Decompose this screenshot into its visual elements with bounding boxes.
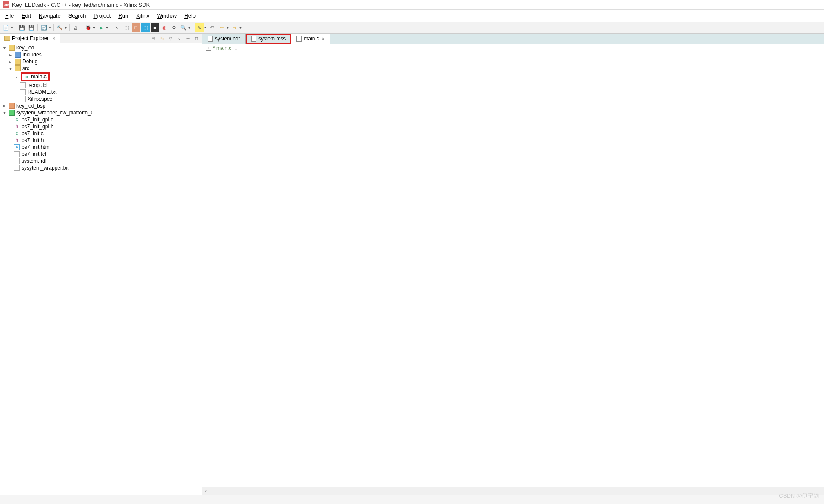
- dropdown-icon[interactable]: ▼: [204, 26, 207, 30]
- tree-item-ps7-h[interactable]: hps7_init.h: [0, 137, 202, 144]
- file-icon: [14, 158, 20, 164]
- tree-item-wrapper-bit[interactable]: sysytem_wrapper.bit: [0, 164, 202, 171]
- tree-item-key-led[interactable]: ▾key_led: [0, 44, 202, 51]
- menu-icon[interactable]: ▿: [175, 34, 183, 42]
- dropdown-icon[interactable]: ▼: [106, 26, 109, 30]
- tree-item-ps7-c[interactable]: cps7_init.c: [0, 130, 202, 137]
- tree-item-bsp[interactable]: ▸key_led_bsp: [0, 102, 202, 109]
- save-all-icon[interactable]: 💾: [27, 23, 36, 32]
- dropdown-icon[interactable]: ▼: [188, 26, 191, 30]
- new-icon[interactable]: 📄: [2, 23, 10, 32]
- tree-item-system-hdf[interactable]: system.hdf: [0, 158, 202, 164]
- tree-item-includes[interactable]: ▸Includes: [0, 51, 202, 58]
- editor-content[interactable]: + * main.c ..: [202, 44, 824, 487]
- build-icon[interactable]: 🔨: [56, 23, 64, 32]
- folder-icon: [15, 59, 21, 65]
- search-icon[interactable]: 🔍: [179, 23, 188, 32]
- scroll-left-icon[interactable]: ‹: [202, 488, 209, 494]
- menubar: File Edit Navigate Search Project Run Xi…: [0, 10, 824, 22]
- maximize-icon[interactable]: □: [193, 34, 200, 42]
- tree-item-main-c[interactable]: ▸c main.c: [0, 72, 202, 82]
- c-file-icon: c: [14, 130, 20, 136]
- tree-item-debug[interactable]: ▸Debug: [0, 58, 202, 65]
- highlight-icon[interactable]: ✎: [195, 23, 204, 32]
- file-icon: [14, 165, 20, 171]
- tree-item-hw-platform[interactable]: ▾sysytem_wrapper_hw_platform_0: [0, 109, 202, 116]
- debug-icon[interactable]: 🐞: [84, 23, 93, 32]
- collapse-icon[interactable]: ⊟: [149, 34, 157, 42]
- tree-item-lscript[interactable]: lscript.ld: [0, 82, 202, 89]
- close-icon[interactable]: ✕: [321, 37, 325, 41]
- menu-navigate[interactable]: Navigate: [36, 12, 63, 20]
- tree-item-xilinx-spec[interactable]: Xilinx.spec: [0, 96, 202, 102]
- titlebar: SDK Key_LED.sdk - C/C++ - key_led/src/ma…: [0, 0, 824, 10]
- menu-edit[interactable]: Edit: [19, 12, 34, 20]
- project-tree: ▾key_led ▸Includes ▸Debug ▾src ▸c main.c…: [0, 43, 202, 495]
- includes-icon: [15, 52, 21, 58]
- link-icon[interactable]: ⇆: [158, 34, 166, 42]
- horizontal-scrollbar[interactable]: ‹: [202, 487, 824, 495]
- fold-icon[interactable]: +: [206, 46, 211, 51]
- menu-help[interactable]: Help: [182, 12, 198, 20]
- file-icon: [20, 96, 26, 102]
- filter-icon[interactable]: ▽: [167, 34, 174, 42]
- tree-item-ps7-tcl[interactable]: ps7_init.tcl: [0, 151, 202, 158]
- tree-item-src[interactable]: ▾src: [0, 65, 202, 72]
- menu-project[interactable]: Project: [91, 12, 113, 20]
- c-file-icon: [296, 36, 302, 42]
- tool-icon[interactable]: ⬚: [122, 23, 131, 32]
- print-icon[interactable]: 🖨: [72, 23, 80, 32]
- editor-panel: system.hdf system.mss main.c ✕ + * main.…: [202, 34, 824, 495]
- workspace: Project Explorer ✕ ⊟ ⇆ ▽ ▿ ─ □ ▾key_led …: [0, 34, 824, 495]
- project-explorer-tab[interactable]: Project Explorer ✕: [0, 34, 60, 43]
- dropdown-icon[interactable]: ▼: [48, 26, 52, 30]
- menu-xilinx[interactable]: Xilinx: [134, 12, 152, 20]
- forward-icon[interactable]: ⇨: [230, 23, 239, 32]
- close-icon[interactable]: ✕: [52, 36, 56, 41]
- bsp-icon: [9, 103, 15, 109]
- tab-system-mss[interactable]: system.mss: [246, 34, 291, 44]
- panel-tools: ⊟ ⇆ ▽ ▿ ─ □: [149, 34, 200, 42]
- tab-system-hdf[interactable]: system.hdf: [202, 34, 246, 44]
- window-title: Key_LED.sdk - C/C++ - key_led/src/main.c…: [12, 2, 150, 8]
- html-file-icon: ●: [14, 144, 20, 150]
- dropdown-icon[interactable]: ▼: [239, 26, 242, 30]
- save-icon[interactable]: 💾: [18, 23, 26, 32]
- panel-tab-bar: Project Explorer ✕ ⊟ ⇆ ▽ ▿ ─ □: [0, 34, 202, 43]
- toolbar: 📄 ▼ 💾 💾 🔄 ▼ 🔨 ▼ 🖨 🐞 ▼ ▶ ▼ ↘ ⬚ □ ⬚ ■ ◐ ⚙ …: [0, 22, 824, 34]
- tool-icon[interactable]: ■: [151, 23, 159, 32]
- back-icon[interactable]: ⇦: [217, 23, 226, 32]
- tool-icon[interactable]: ◐: [160, 23, 169, 32]
- file-icon: [20, 89, 26, 95]
- menu-file[interactable]: File: [3, 12, 16, 20]
- tree-item-ps7-html[interactable]: ●ps7_init.html: [0, 144, 202, 151]
- run-icon[interactable]: ▶: [97, 23, 106, 32]
- tree-item-readme[interactable]: README.txt: [0, 89, 202, 96]
- tool-icon[interactable]: ⚙: [170, 23, 178, 32]
- file-icon: [20, 82, 26, 88]
- tool-icon[interactable]: ↘: [113, 23, 121, 32]
- file-icon: [14, 151, 20, 157]
- file-icon: [208, 36, 213, 42]
- minimize-icon[interactable]: ─: [184, 34, 192, 42]
- panel-title: Project Explorer: [12, 35, 49, 41]
- menu-run[interactable]: Run: [116, 12, 131, 20]
- statusbar: [0, 495, 824, 504]
- dropdown-icon[interactable]: ▼: [93, 26, 96, 30]
- refresh-icon[interactable]: 🔄: [40, 23, 48, 32]
- tree-item-ps7-gpl-h[interactable]: hps7_init_gpl.h: [0, 123, 202, 130]
- tab-main-c[interactable]: main.c ✕: [291, 34, 330, 44]
- folder-icon: [4, 36, 10, 41]
- c-file-icon: c: [14, 117, 20, 123]
- tree-item-ps7-gpl-c[interactable]: cps7_init_gpl.c: [0, 116, 202, 123]
- menu-window[interactable]: Window: [155, 12, 179, 20]
- code-line: + * main.c ..: [206, 45, 821, 51]
- nav-icon[interactable]: ↶: [208, 23, 216, 32]
- fold-marker-icon: ..: [233, 46, 238, 51]
- dropdown-icon[interactable]: ▼: [64, 26, 68, 30]
- tool-icon[interactable]: ⬚: [141, 23, 150, 32]
- tool-icon[interactable]: □: [132, 23, 140, 32]
- dropdown-icon[interactable]: ▼: [10, 26, 14, 30]
- dropdown-icon[interactable]: ▼: [226, 26, 229, 30]
- menu-search[interactable]: Search: [66, 12, 89, 20]
